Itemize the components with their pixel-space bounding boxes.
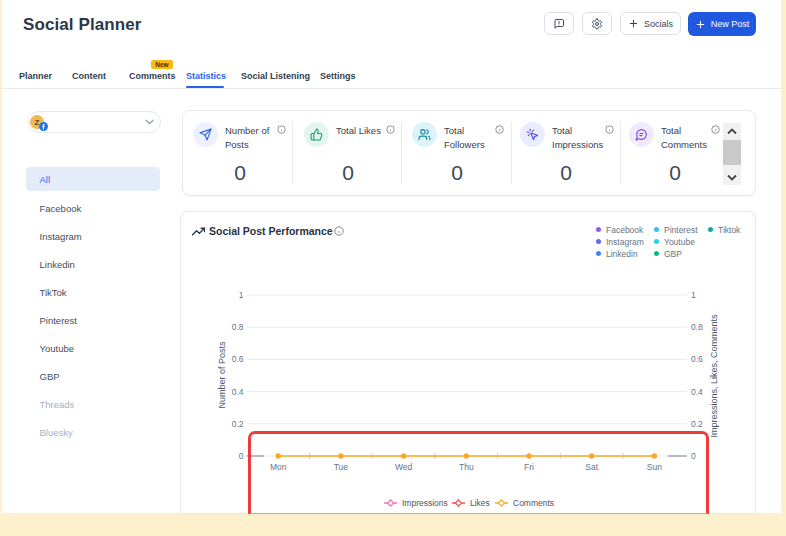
- svg-text:0.8: 0.8: [691, 322, 703, 332]
- svg-text:0.6: 0.6: [232, 354, 244, 364]
- svg-text:0.6: 0.6: [691, 354, 703, 364]
- svg-text:1: 1: [239, 290, 244, 300]
- svg-text:0.8: 0.8: [232, 322, 244, 332]
- svg-text:1: 1: [691, 290, 696, 300]
- svg-text:0.4: 0.4: [232, 387, 244, 397]
- svg-text:0.4: 0.4: [691, 387, 703, 397]
- svg-text:0: 0: [239, 451, 244, 461]
- svg-text:Impressions, Likes, Comments: Impressions, Likes, Comments: [709, 314, 719, 438]
- svg-text:0.2: 0.2: [691, 419, 703, 429]
- svg-text:0.2: 0.2: [232, 419, 244, 429]
- svg-text:Number of Posts: Number of Posts: [217, 341, 227, 409]
